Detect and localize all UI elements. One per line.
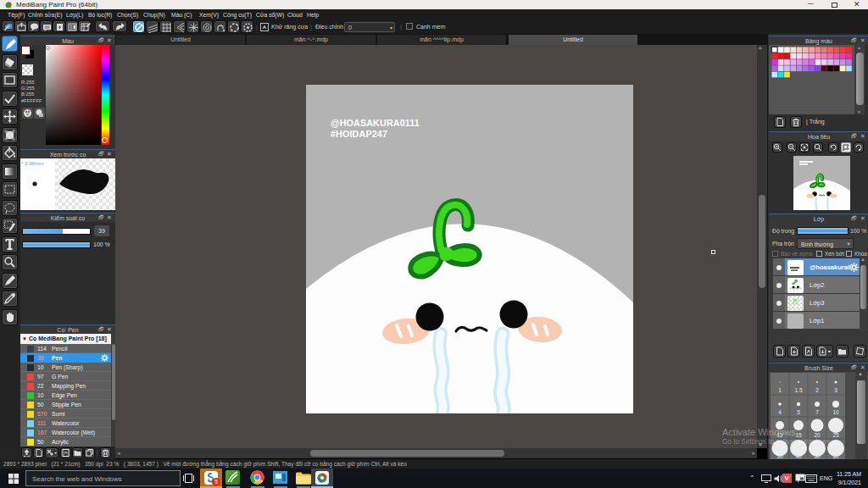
svg-text:50: 50 bbox=[814, 453, 821, 459]
svg-text:10: 10 bbox=[832, 409, 839, 415]
svg-text:15: 15 bbox=[795, 432, 802, 438]
svg-text:40: 40 bbox=[795, 453, 802, 459]
svg-text:30: 30 bbox=[776, 453, 783, 459]
svg-text:1: 1 bbox=[778, 387, 782, 393]
svg-text:4: 4 bbox=[778, 409, 782, 415]
svg-text:#HOIDAP247: #HOIDAP247 bbox=[331, 129, 387, 139]
svg-text:1.5: 1.5 bbox=[794, 387, 802, 393]
svg-text:5: 5 bbox=[797, 409, 800, 415]
svg-text:7: 7 bbox=[815, 409, 819, 415]
svg-text:2: 2 bbox=[815, 387, 819, 393]
svg-text:25: 25 bbox=[832, 432, 839, 438]
svg-text:@HOASAKURA0111: @HOASAKURA0111 bbox=[331, 118, 420, 128]
svg-text:3: 3 bbox=[834, 387, 837, 393]
svg-text:60: 60 bbox=[832, 453, 839, 459]
svg-text:20: 20 bbox=[814, 432, 821, 438]
